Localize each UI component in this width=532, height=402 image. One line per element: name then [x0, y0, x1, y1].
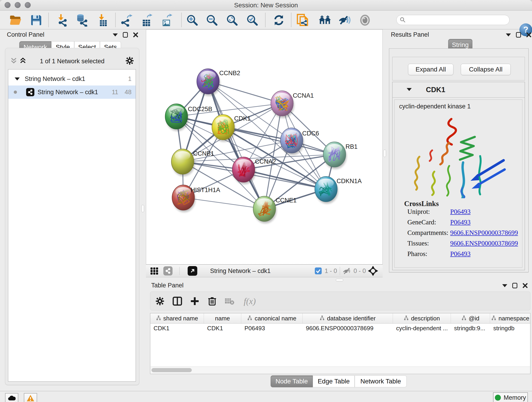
export-table-icon[interactable] [140, 14, 153, 27]
network-edge[interactable] [183, 198, 264, 209]
gray-sphere-icon[interactable] [359, 14, 371, 27]
panel-float-icon[interactable] [123, 32, 128, 38]
add-column-icon[interactable] [189, 296, 200, 307]
refresh-icon[interactable] [272, 14, 285, 27]
function-builder-icon[interactable]: f(x) [241, 296, 259, 307]
table-column-header[interactable]: name [204, 313, 241, 323]
network-view-toolbar: String Network – cdk1 1 - 0 0 - 0 [146, 264, 383, 277]
panel-float-icon[interactable] [516, 32, 521, 38]
show-columns-icon[interactable] [172, 296, 183, 307]
network-node[interactable] [171, 149, 195, 176]
crosslink-link[interactable]: P06493 [450, 208, 471, 216]
expand-all-button[interactable]: Expand All [408, 64, 453, 75]
delete-column-icon[interactable] [207, 296, 218, 307]
birds-eye-crosshair-icon[interactable] [368, 265, 378, 277]
table-cell: cyclin-dependent ... [393, 323, 451, 333]
crosslink-link[interactable]: 9606.ENSP00000378699 [450, 229, 518, 236]
network-node[interactable] [323, 142, 346, 169]
warning-button[interactable] [24, 393, 37, 402]
table-row[interactable]: CDK1CDK1P064939606.ENSP00000378699cyclin… [150, 323, 530, 333]
import-network-file-icon[interactable] [56, 14, 69, 27]
tab-node-table[interactable]: Node Table [271, 375, 313, 387]
column-type-icon [320, 315, 325, 322]
network-node-count: 11 [112, 89, 118, 96]
network-selection-bar: 1 of 1 Network selected [5, 55, 139, 68]
table-column-header[interactable]: description [393, 313, 451, 323]
column-header-label: database identifier [327, 315, 375, 322]
cloud-button[interactable] [5, 393, 18, 402]
network-node[interactable] [165, 104, 188, 131]
left-splitter-handle[interactable] [141, 205, 144, 212]
network-share-icon[interactable] [163, 265, 172, 277]
network-canvas[interactable]: CCNB2CCNA1CDC25BCDK1CDC6RB1CCNB1CCNA2CDK… [146, 29, 383, 264]
hidden-eye-icon[interactable] [342, 265, 352, 277]
export-network-icon[interactable] [120, 14, 133, 27]
section-collapse-icon[interactable] [407, 88, 412, 91]
network-tab-container: 1 of 1 Network selected String Network –… [5, 48, 139, 385]
zoom-in-icon[interactable] [186, 14, 199, 27]
protein-section-header[interactable]: CDK1 [393, 82, 525, 98]
network-graph: CCNB2CCNA1CDC25BCDK1CDC6RB1CCNB1CCNA2CDK… [146, 30, 382, 264]
table-column-header[interactable]: namespace [490, 313, 530, 323]
column-header-label: description [411, 315, 440, 322]
tab-network-table[interactable]: Network Table [355, 375, 407, 387]
panel-menu-icon[interactable] [506, 33, 511, 36]
window-title: Session: New Session [0, 2, 532, 9]
tab-edge-table[interactable]: Edge Table [313, 375, 355, 387]
table-column-header[interactable]: @id [451, 313, 490, 323]
zoom-selected-icon[interactable] [246, 14, 259, 27]
network-edge[interactable] [244, 170, 326, 189]
delete-table-icon[interactable] [224, 296, 235, 307]
panel-close-icon[interactable] [133, 32, 138, 38]
panel-close-icon[interactable] [526, 32, 532, 38]
import-network-database-icon[interactable] [75, 14, 88, 27]
clone-network-icon[interactable] [297, 14, 309, 27]
network-collection-row[interactable]: String Network – cdk1 1 [8, 72, 136, 85]
collapse-all-button[interactable]: Collapse All [461, 64, 511, 75]
panel-float-icon[interactable] [512, 283, 517, 288]
network-node[interactable] [232, 157, 255, 184]
network-node[interactable] [271, 91, 294, 118]
table-cell: stringdb [490, 323, 530, 333]
crosslink-link[interactable]: 9606.ENSP00000378699 [450, 240, 518, 247]
crosslink-link[interactable]: P06493 [450, 218, 471, 226]
title-bar: Session: New Session [0, 0, 532, 11]
hide-show-eye-icon[interactable] [338, 14, 351, 27]
selected-checkbox-icon[interactable] [315, 265, 322, 277]
panel-close-icon[interactable] [522, 283, 528, 288]
node-label: HIST1H1A [191, 186, 220, 193]
node-label: CCNB2 [219, 70, 240, 77]
open-session-icon[interactable] [9, 14, 22, 27]
crosslink-link[interactable]: P06493 [450, 250, 471, 258]
panel-menu-icon[interactable] [502, 284, 507, 287]
grid-view-icon[interactable] [150, 265, 159, 277]
table-cell: CDK1 [150, 323, 204, 333]
memory-button[interactable]: Memory [493, 392, 528, 402]
zoom-fit-icon[interactable] [226, 14, 239, 27]
tree-expand-icon[interactable] [15, 77, 20, 80]
panel-menu-icon[interactable] [113, 33, 118, 36]
search-field[interactable] [396, 15, 510, 25]
string-homes-icon[interactable] [318, 14, 331, 27]
scrollbar-thumb[interactable] [152, 368, 192, 372]
network-node[interactable] [197, 69, 220, 96]
zoom-out-icon[interactable] [206, 14, 218, 27]
network-node[interactable] [253, 196, 276, 223]
save-session-icon[interactable] [30, 14, 43, 27]
gear-icon[interactable] [125, 56, 134, 65]
network-node[interactable] [212, 115, 235, 142]
open-in-window-icon[interactable] [188, 265, 197, 277]
export-image-icon[interactable] [160, 14, 173, 27]
network-row-selected[interactable]: String Network – cdk1 11 48 [8, 85, 136, 99]
memory-status-icon [495, 395, 501, 401]
expand-collapse-bar: Expand All Collapse All [392, 57, 525, 80]
table-column-header[interactable]: database identifier [303, 313, 393, 323]
search-input[interactable] [406, 16, 503, 24]
table-column-header[interactable]: shared name [150, 313, 204, 323]
crosslinks-list: Uniprot:P06493GeneCard:P06493Compartment… [394, 208, 522, 263]
network-node[interactable] [315, 177, 338, 204]
table-column-header[interactable]: canonical name [241, 313, 303, 323]
table-gear-icon[interactable] [154, 296, 165, 307]
bottom-splitter-handle[interactable] [336, 279, 343, 281]
import-table-file-icon[interactable] [96, 14, 109, 27]
